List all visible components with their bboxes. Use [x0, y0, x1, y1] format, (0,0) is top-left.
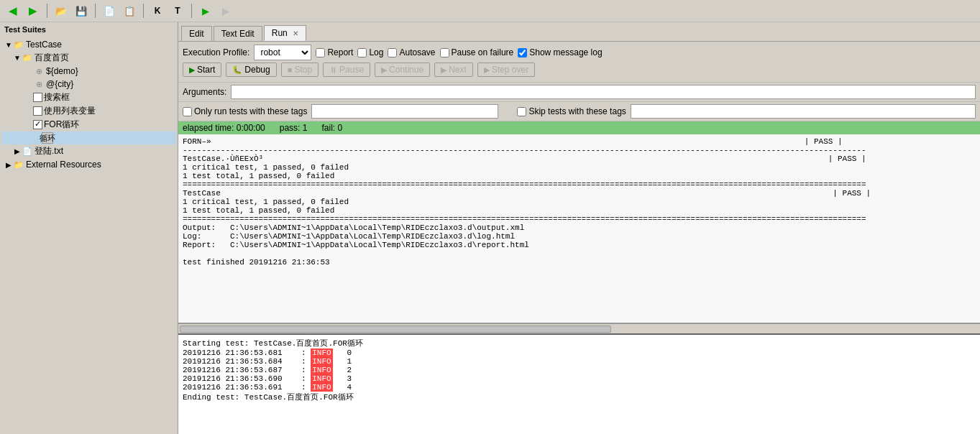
- toggle-external[interactable]: ▶: [4, 160, 13, 169]
- k-button[interactable]: K: [149, 2, 166, 19]
- tree-item-city[interactable]: ⊕ @{city}: [1, 78, 176, 91]
- tab-text-edit[interactable]: Text Edit: [214, 26, 262, 41]
- debug-label: Debug: [244, 65, 270, 75]
- autosave-check-label: Autosave: [388, 47, 435, 57]
- log-scroll-thumb[interactable]: [180, 326, 611, 333]
- only-run-tags-checkbox[interactable]: [183, 107, 192, 116]
- toggle-denglu[interactable]: ▶: [13, 147, 22, 156]
- forward-button[interactable]: ▶: [24, 2, 42, 19]
- log-scrollbar-h[interactable]: [178, 323, 980, 333]
- tree-item-list[interactable]: 使用列表变量: [1, 104, 176, 118]
- output-container: elapsed time: 0:00:00 pass: 1 fail: 0 FO…: [178, 121, 980, 434]
- start-button[interactable]: ▶ Start: [183, 63, 221, 77]
- pause-on-failure-checkbox[interactable]: [440, 48, 449, 57]
- pass-label: pass: 1: [280, 123, 308, 133]
- pause-button[interactable]: ⏸ Pause: [323, 63, 370, 77]
- toggle-search: [24, 93, 33, 102]
- toolbar-sep-3: [143, 4, 144, 18]
- bottom-log[interactable]: Starting test: TestCase.百度首页.FOR循环 20191…: [178, 333, 980, 434]
- folder-icon-external: 📁: [13, 159, 24, 170]
- label-denglu: 登陆.txt: [35, 145, 63, 157]
- step-over-button[interactable]: ▶ Step over: [477, 63, 535, 77]
- skip-tags-checkbox[interactable]: [517, 107, 526, 116]
- stop-button[interactable]: ■ Stop: [281, 63, 319, 77]
- tree-item-loop2[interactable]: 循环: [1, 131, 176, 144]
- toggle-list: [24, 107, 33, 116]
- bottom-log-starting: Starting test: TestCase.百度首页.FOR循环: [183, 338, 976, 348]
- checkbox-forloop[interactable]: [33, 120, 42, 129]
- disabled-button: ▶: [217, 2, 234, 19]
- debug-button[interactable]: 🐛 Debug: [226, 63, 276, 77]
- next-icon: ▶: [441, 65, 447, 75]
- debug-icon: 🐛: [232, 65, 242, 75]
- report-checkbox[interactable]: [316, 48, 325, 57]
- stop-icon: ■: [288, 65, 293, 74]
- toggle-baidu[interactable]: ▼: [13, 54, 22, 63]
- report-check-label: Report: [316, 47, 353, 57]
- play-button[interactable]: ▶: [197, 2, 214, 19]
- entry-level-1: INFO: [311, 357, 332, 366]
- right-panel: Edit Text Edit Run ✕ Execution Profile: …: [178, 22, 980, 434]
- tab-run-close[interactable]: ✕: [293, 29, 298, 37]
- log-checkbox[interactable]: [357, 48, 367, 57]
- entry-ts-3: 20191216 21:36:53.690: [183, 374, 283, 383]
- log-area[interactable]: FORN–» | PASS | ------------------------…: [178, 134, 980, 323]
- play-icon: ▶: [202, 6, 209, 17]
- tree-item-demo[interactable]: ⊕ ${demo}: [1, 65, 176, 78]
- tags-row: Only run tests with these tags Skip test…: [178, 102, 980, 121]
- tree-item-external[interactable]: ▶ 📁 External Resources: [1, 158, 176, 171]
- folder-icon-testcase: 📁: [13, 39, 24, 50]
- tree-item-denglu[interactable]: ▶ 📄 登陆.txt: [1, 144, 176, 158]
- checkbox-list[interactable]: [33, 106, 42, 116]
- only-run-tags-input[interactable]: [311, 104, 498, 119]
- top-toolbar: ◀ ▶ 📂 💾 📄 📋 K T ▶ ▶: [0, 0, 980, 22]
- start-icon: ▶: [189, 65, 195, 75]
- args-label: Arguments:: [183, 87, 226, 97]
- tree-item-testcase[interactable]: ▼ 📁 TestCase: [1, 38, 176, 51]
- entry-ts-2: 20191216 21:36:53.687: [183, 366, 283, 374]
- checkbox-search[interactable]: [33, 93, 42, 102]
- autosave-checkbox[interactable]: [388, 48, 397, 57]
- toolbar-sep-1: [47, 4, 47, 18]
- entry-level-2: INFO: [311, 366, 332, 374]
- tree-item-forloop[interactable]: FOR循环: [1, 118, 176, 131]
- left-panel: Test Suites ▼ 📁 TestCase ▼ 📁 百度首页: [0, 22, 178, 434]
- open-button[interactable]: 📂: [52, 2, 70, 19]
- toggle-forloop: [24, 121, 33, 129]
- toggle-demo: [24, 67, 33, 75]
- continue-label: Continue: [389, 65, 423, 75]
- k-icon: K: [155, 6, 161, 16]
- tab-edit[interactable]: Edit: [181, 26, 212, 41]
- test-suites-label: Test Suites: [4, 25, 46, 34]
- back-button[interactable]: ◀: [4, 2, 22, 19]
- tab-run[interactable]: Run ✕: [264, 25, 306, 41]
- new-button[interactable]: 📄: [101, 2, 118, 19]
- args-input[interactable]: [231, 85, 976, 99]
- stop-label: Stop: [294, 65, 312, 75]
- save-button[interactable]: 💾: [73, 2, 90, 19]
- entry-level-3: INFO: [311, 374, 332, 383]
- tree-container[interactable]: ▼ 📁 TestCase ▼ 📁 百度首页 ⊕ ${demo}: [0, 37, 178, 434]
- disabled-icon: ▶: [222, 6, 229, 17]
- pause-on-failure-label: Pause on failure: [440, 47, 514, 57]
- entry-level-0: INFO: [311, 348, 332, 357]
- elapsed-label: elapsed time: 0:00:00: [183, 123, 265, 133]
- bottom-log-ending: Ending test: TestCase.百度首页.FOR循环: [183, 392, 976, 402]
- tree-item-baidu[interactable]: ▼ 📁 百度首页: [1, 51, 176, 65]
- pause-failure-label: Pause on failure: [452, 47, 514, 57]
- folder-open-icon: 📂: [55, 6, 67, 17]
- profile-select[interactable]: robot: [254, 45, 311, 60]
- entry-val-3: 3: [347, 374, 352, 383]
- t-button[interactable]: T: [169, 2, 186, 19]
- toggle-testcase[interactable]: ▼: [4, 40, 13, 49]
- next-button[interactable]: ▶ Next: [434, 63, 473, 77]
- label-search: 搜索框: [44, 91, 70, 103]
- copy-button[interactable]: 📋: [121, 2, 138, 19]
- pause-icon: ⏸: [329, 65, 337, 74]
- skip-tags-input[interactable]: [631, 104, 976, 119]
- tree-item-search[interactable]: 搜索框: [1, 91, 176, 104]
- continue-button[interactable]: ▶ Continue: [375, 63, 430, 77]
- bottom-log-entry-2: 20191216 21:36:53.687 : INFO 2: [183, 366, 976, 374]
- show-msg-log-checkbox[interactable]: [518, 48, 527, 57]
- tab-bar: Edit Text Edit Run ✕: [178, 22, 980, 42]
